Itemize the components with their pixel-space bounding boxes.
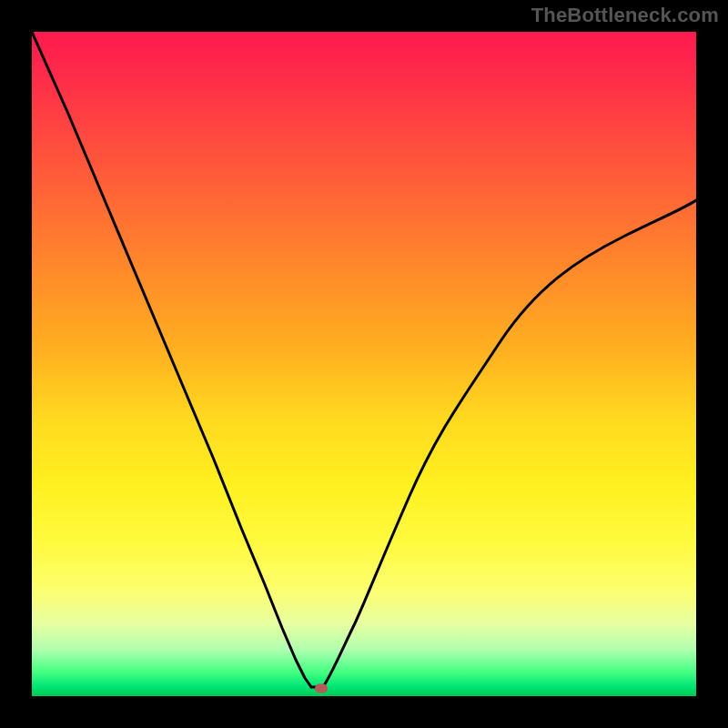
curve-left-branch: [32, 32, 311, 687]
plot-area: [32, 32, 696, 696]
watermark-text: TheBottleneck.com: [531, 4, 719, 27]
curve-right-branch: [323, 200, 696, 687]
chart-frame: TheBottleneck.com: [0, 0, 728, 728]
bottleneck-curve: [32, 32, 696, 696]
optimum-marker: [315, 684, 328, 693]
